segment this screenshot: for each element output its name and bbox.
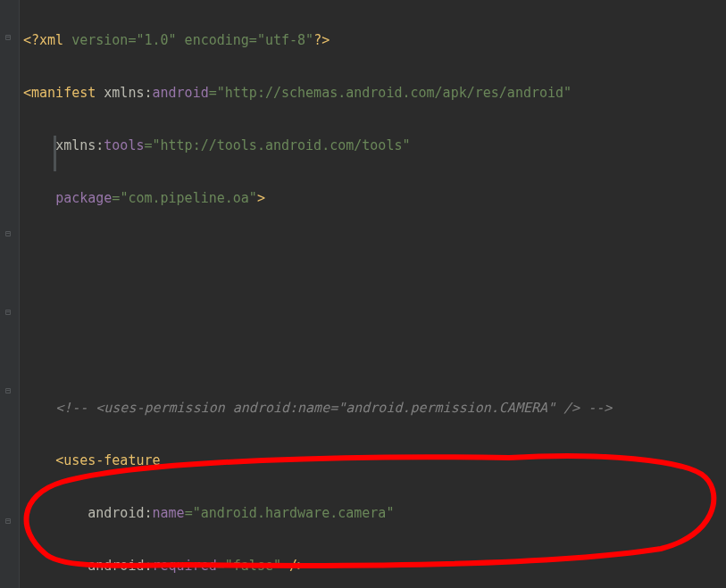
fold-marker-icon[interactable]: ⊟ — [5, 516, 11, 526]
code-line — [23, 290, 726, 316]
code-line: android:required="false" /> — [23, 553, 726, 579]
fold-marker-icon[interactable]: ⊟ — [5, 385, 11, 395]
fold-marker-icon[interactable]: ⊟ — [5, 228, 11, 238]
code-editor[interactable]: <?xml version="1.0" encoding="utf-8"?> <… — [20, 0, 726, 588]
code-line: <?xml version="1.0" encoding="utf-8"?> — [23, 28, 726, 54]
code-line — [23, 343, 726, 369]
code-line: package="com.pipeline.oa"> — [23, 186, 726, 211]
code-line: <!-- <uses-permission android:name="andr… — [23, 395, 726, 421]
code-line: xmlns:tools="http://tools.android.com/to… — [23, 133, 726, 159]
code-line: <uses-feature — [23, 448, 726, 474]
fold-marker-icon[interactable]: ⊟ — [5, 32, 11, 42]
code-line: android:name="android.hardware.camera" — [23, 501, 726, 526]
fold-marker-icon[interactable]: ⊟ — [5, 307, 11, 317]
code-line: <manifest xmlns:android="http://schemas.… — [23, 80, 726, 106]
editor-gutter: ⊟ ⊟ ⊟ ⊟ ⊟ — [0, 0, 20, 588]
code-line — [23, 238, 726, 264]
